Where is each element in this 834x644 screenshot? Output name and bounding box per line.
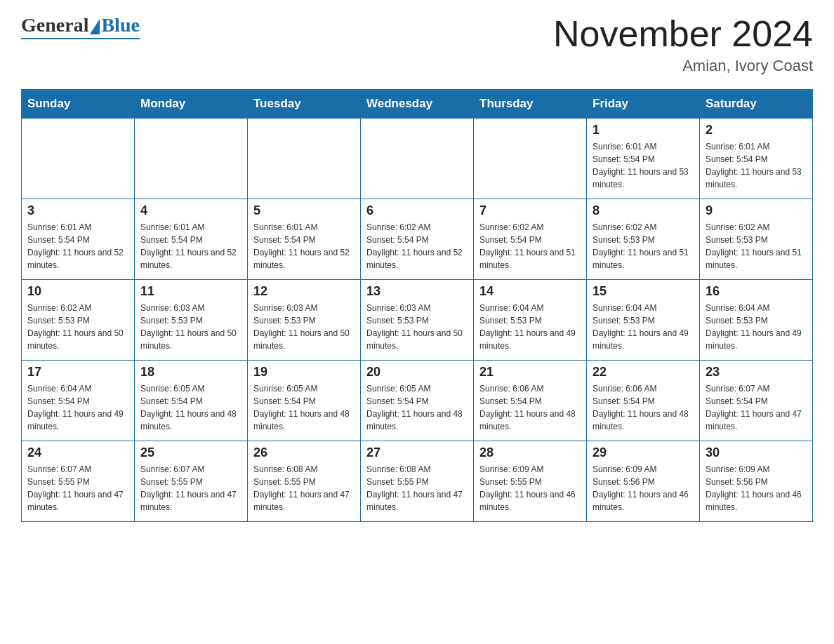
calendar-cell — [248, 119, 361, 199]
calendar-header-row: SundayMondayTuesdayWednesdayThursdayFrid… — [22, 90, 813, 119]
day-number: 19 — [253, 365, 355, 380]
day-info: Sunrise: 6:05 AMSunset: 5:54 PMDaylight:… — [366, 382, 468, 433]
day-info: Sunrise: 6:09 AMSunset: 5:56 PMDaylight:… — [706, 463, 807, 514]
day-info: Sunrise: 6:02 AMSunset: 5:53 PMDaylight:… — [706, 221, 807, 271]
day-info: Sunrise: 6:07 AMSunset: 5:55 PMDaylight:… — [140, 463, 241, 514]
day-number: 26 — [253, 445, 355, 460]
day-of-week-header: Thursday — [474, 90, 587, 119]
day-number: 16 — [706, 284, 807, 299]
calendar-cell: 21Sunrise: 6:06 AMSunset: 5:54 PMDayligh… — [474, 361, 587, 441]
day-number: 7 — [479, 203, 581, 218]
calendar-week-row: 24Sunrise: 6:07 AMSunset: 5:55 PMDayligh… — [22, 441, 813, 522]
day-info: Sunrise: 6:05 AMSunset: 5:54 PMDaylight:… — [140, 382, 241, 433]
day-info: Sunrise: 6:01 AMSunset: 5:54 PMDaylight:… — [706, 140, 807, 191]
logo-triangle-icon — [90, 19, 100, 34]
calendar-cell: 5Sunrise: 6:01 AMSunset: 5:54 PMDaylight… — [248, 199, 361, 280]
calendar-cell: 4Sunrise: 6:01 AMSunset: 5:54 PMDaylight… — [135, 199, 248, 280]
calendar-cell: 18Sunrise: 6:05 AMSunset: 5:54 PMDayligh… — [135, 361, 248, 441]
day-info: Sunrise: 6:01 AMSunset: 5:54 PMDaylight:… — [140, 221, 241, 271]
day-info: Sunrise: 6:03 AMSunset: 5:53 PMDaylight:… — [366, 302, 468, 352]
calendar-cell: 29Sunrise: 6:09 AMSunset: 5:56 PMDayligh… — [587, 441, 700, 522]
day-number: 20 — [366, 365, 468, 380]
day-number: 13 — [366, 284, 468, 299]
calendar-cell: 1Sunrise: 6:01 AMSunset: 5:54 PMDaylight… — [587, 119, 700, 199]
calendar-table: SundayMondayTuesdayWednesdayThursdayFrid… — [21, 89, 813, 522]
title-area: November 2024 Amian, Ivory Coast — [553, 14, 813, 75]
calendar-cell: 13Sunrise: 6:03 AMSunset: 5:53 PMDayligh… — [361, 280, 474, 361]
day-info: Sunrise: 6:06 AMSunset: 5:54 PMDaylight:… — [593, 382, 694, 433]
day-info: Sunrise: 6:03 AMSunset: 5:53 PMDaylight:… — [253, 302, 355, 352]
calendar-week-row: 1Sunrise: 6:01 AMSunset: 5:54 PMDaylight… — [22, 119, 813, 199]
calendar-cell — [361, 119, 474, 199]
day-info: Sunrise: 6:07 AMSunset: 5:55 PMDaylight:… — [27, 463, 128, 514]
calendar-cell: 23Sunrise: 6:07 AMSunset: 5:54 PMDayligh… — [700, 361, 813, 441]
calendar-cell: 22Sunrise: 6:06 AMSunset: 5:54 PMDayligh… — [587, 361, 700, 441]
day-number: 4 — [140, 203, 241, 218]
day-info: Sunrise: 6:02 AMSunset: 5:54 PMDaylight:… — [479, 221, 581, 271]
day-info: Sunrise: 6:08 AMSunset: 5:55 PMDaylight:… — [366, 463, 468, 514]
calendar-cell: 27Sunrise: 6:08 AMSunset: 5:55 PMDayligh… — [361, 441, 474, 522]
day-number: 8 — [593, 203, 694, 218]
logo-blue-text: Blue — [101, 14, 139, 36]
day-info: Sunrise: 6:06 AMSunset: 5:54 PMDaylight:… — [479, 382, 581, 433]
day-info: Sunrise: 6:09 AMSunset: 5:56 PMDaylight:… — [593, 463, 694, 514]
calendar-cell: 26Sunrise: 6:08 AMSunset: 5:55 PMDayligh… — [248, 441, 361, 522]
day-number: 5 — [253, 203, 355, 218]
calendar-cell: 25Sunrise: 6:07 AMSunset: 5:55 PMDayligh… — [135, 441, 248, 522]
calendar-cell: 8Sunrise: 6:02 AMSunset: 5:53 PMDaylight… — [587, 199, 700, 280]
day-info: Sunrise: 6:04 AMSunset: 5:53 PMDaylight:… — [706, 302, 807, 352]
day-of-week-header: Saturday — [700, 90, 813, 119]
day-info: Sunrise: 6:02 AMSunset: 5:53 PMDaylight:… — [27, 302, 128, 352]
calendar-cell: 16Sunrise: 6:04 AMSunset: 5:53 PMDayligh… — [700, 280, 813, 361]
calendar-cell: 12Sunrise: 6:03 AMSunset: 5:53 PMDayligh… — [248, 280, 361, 361]
month-title: November 2024 — [553, 14, 813, 54]
day-info: Sunrise: 6:04 AMSunset: 5:53 PMDaylight:… — [479, 302, 581, 352]
calendar-cell: 9Sunrise: 6:02 AMSunset: 5:53 PMDaylight… — [700, 199, 813, 280]
calendar-cell: 2Sunrise: 6:01 AMSunset: 5:54 PMDaylight… — [700, 119, 813, 199]
location-title: Amian, Ivory Coast — [553, 57, 813, 75]
day-number: 3 — [27, 203, 128, 218]
day-info: Sunrise: 6:02 AMSunset: 5:54 PMDaylight:… — [366, 221, 468, 271]
day-info: Sunrise: 6:05 AMSunset: 5:54 PMDaylight:… — [253, 382, 355, 433]
day-info: Sunrise: 6:04 AMSunset: 5:54 PMDaylight:… — [27, 382, 128, 433]
day-number: 2 — [706, 123, 807, 137]
logo-general-text: General — [21, 14, 88, 36]
day-number: 1 — [593, 123, 694, 137]
day-number: 14 — [479, 284, 581, 299]
day-info: Sunrise: 6:09 AMSunset: 5:55 PMDaylight:… — [479, 463, 581, 514]
day-number: 27 — [366, 445, 468, 460]
calendar-week-row: 3Sunrise: 6:01 AMSunset: 5:54 PMDaylight… — [22, 199, 813, 280]
day-number: 21 — [479, 365, 581, 380]
day-number: 17 — [27, 365, 128, 380]
day-info: Sunrise: 6:04 AMSunset: 5:53 PMDaylight:… — [593, 302, 694, 352]
calendar-cell: 3Sunrise: 6:01 AMSunset: 5:54 PMDaylight… — [22, 199, 135, 280]
calendar-cell: 15Sunrise: 6:04 AMSunset: 5:53 PMDayligh… — [587, 280, 700, 361]
day-of-week-header: Friday — [587, 90, 700, 119]
day-number: 24 — [27, 445, 128, 460]
calendar-cell — [22, 119, 135, 199]
day-number: 29 — [593, 445, 694, 460]
day-number: 28 — [479, 445, 581, 460]
calendar-cell: 20Sunrise: 6:05 AMSunset: 5:54 PMDayligh… — [361, 361, 474, 441]
day-of-week-header: Sunday — [22, 90, 135, 119]
day-number: 23 — [706, 365, 807, 380]
calendar-cell: 7Sunrise: 6:02 AMSunset: 5:54 PMDaylight… — [474, 199, 587, 280]
page-header: General Blue November 2024 Amian, Ivory … — [21, 14, 813, 75]
day-number: 30 — [706, 445, 807, 460]
logo: General Blue — [21, 14, 140, 39]
day-info: Sunrise: 6:08 AMSunset: 5:55 PMDaylight:… — [253, 463, 355, 514]
calendar-cell: 11Sunrise: 6:03 AMSunset: 5:53 PMDayligh… — [135, 280, 248, 361]
calendar-cell — [474, 119, 587, 199]
day-info: Sunrise: 6:07 AMSunset: 5:54 PMDaylight:… — [706, 382, 807, 433]
calendar-week-row: 17Sunrise: 6:04 AMSunset: 5:54 PMDayligh… — [22, 361, 813, 441]
day-info: Sunrise: 6:01 AMSunset: 5:54 PMDaylight:… — [593, 140, 694, 191]
calendar-cell: 10Sunrise: 6:02 AMSunset: 5:53 PMDayligh… — [22, 280, 135, 361]
calendar-cell — [135, 119, 248, 199]
day-number: 15 — [593, 284, 694, 299]
day-number: 12 — [253, 284, 355, 299]
day-number: 11 — [140, 284, 241, 299]
day-info: Sunrise: 6:01 AMSunset: 5:54 PMDaylight:… — [253, 221, 355, 271]
calendar-cell: 17Sunrise: 6:04 AMSunset: 5:54 PMDayligh… — [22, 361, 135, 441]
day-of-week-header: Wednesday — [361, 90, 474, 119]
day-number: 10 — [27, 284, 128, 299]
